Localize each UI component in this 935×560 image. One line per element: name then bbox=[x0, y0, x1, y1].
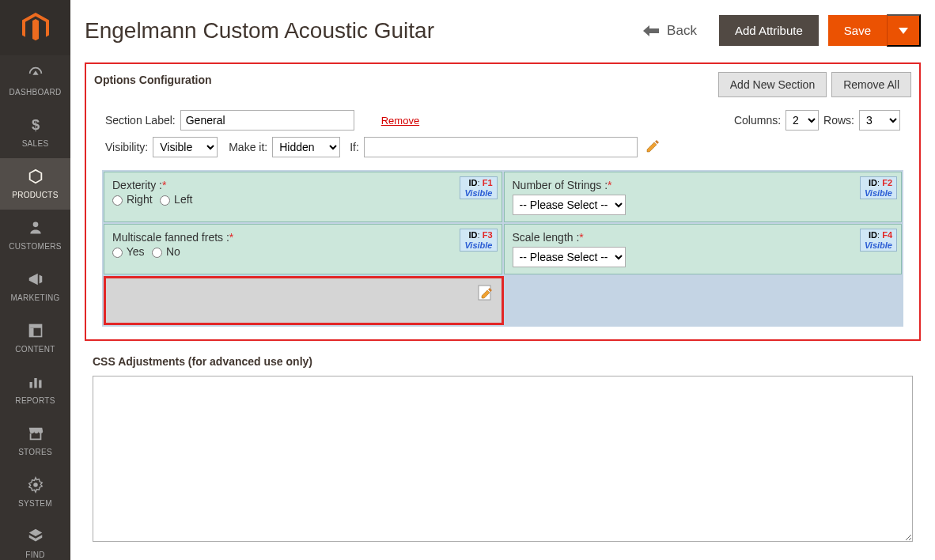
nav-label: STORES bbox=[18, 448, 52, 456]
nav-partners[interactable]: FIND PARTNERS & EXTENSIONS bbox=[0, 518, 70, 560]
chevron-down-icon bbox=[899, 28, 908, 34]
section-label-input[interactable] bbox=[180, 110, 354, 131]
marketing-icon bbox=[27, 271, 44, 288]
nav-label: PRODUCTS bbox=[12, 191, 59, 199]
option-id-badge: ID: F4 Visible bbox=[860, 229, 897, 252]
visibility-label: Visibility: bbox=[105, 141, 148, 153]
option-id-badge: ID: F3 Visible bbox=[460, 229, 497, 252]
radio-yes[interactable]: Yes bbox=[112, 245, 144, 258]
nav-label: MARKETING bbox=[10, 293, 59, 302]
option-title: Multiscale fanned frets :* bbox=[112, 231, 233, 244]
options-config-panel: Options Configuration Add New Section Re… bbox=[85, 62, 921, 341]
system-icon bbox=[27, 476, 44, 494]
radio-left[interactable]: Left bbox=[160, 193, 192, 206]
nav-stores[interactable]: STORES bbox=[0, 415, 70, 467]
option-cell-dexterity[interactable]: ID: F1 Visible Dexterity :* Right Left bbox=[104, 172, 502, 222]
svg-text:$: $ bbox=[31, 116, 39, 133]
radio-right[interactable]: Right bbox=[112, 193, 153, 206]
nav-label: SALES bbox=[22, 139, 49, 148]
nav-reports[interactable]: REPORTS bbox=[0, 364, 70, 415]
content-icon bbox=[28, 322, 44, 339]
svg-rect-5 bbox=[29, 382, 32, 388]
svg-rect-4 bbox=[29, 328, 33, 337]
svg-point-1 bbox=[32, 222, 38, 228]
rows-select[interactable]: 3 bbox=[859, 110, 900, 131]
empty-cell[interactable] bbox=[505, 276, 903, 325]
edit-cell-button[interactable] bbox=[478, 285, 494, 303]
nav-label: CUSTOMERS bbox=[9, 242, 61, 251]
logo[interactable] bbox=[0, 0, 70, 55]
empty-cell-selected[interactable] bbox=[104, 276, 504, 325]
option-id-badge: ID: F2 Visible bbox=[860, 176, 897, 199]
strings-select[interactable]: -- Please Select -- bbox=[513, 195, 626, 215]
if-input[interactable] bbox=[364, 137, 638, 157]
option-title: Dexterity :* bbox=[112, 179, 166, 191]
css-textarea[interactable] bbox=[93, 376, 913, 542]
add-section-button[interactable]: Add New Section bbox=[718, 72, 827, 97]
option-id-badge: ID: F1 Visible bbox=[460, 176, 497, 199]
nav-customers[interactable]: CUSTOMERS bbox=[0, 210, 70, 261]
svg-point-8 bbox=[33, 482, 38, 487]
edit-condition-button[interactable] bbox=[645, 139, 660, 156]
admin-sidebar: DASHBOARD $ SALES PRODUCTS CUSTOMERS MAR… bbox=[0, 0, 70, 560]
nav-label: SYSTEM bbox=[18, 499, 52, 508]
remove-section-link[interactable]: Remove bbox=[381, 115, 419, 127]
arrow-left-icon bbox=[643, 25, 659, 36]
main-content: Engelmann Custom Acoustic Guitar Back Ad… bbox=[70, 0, 935, 560]
magento-logo-icon bbox=[22, 13, 49, 43]
option-title: Scale length :* bbox=[513, 231, 584, 244]
dashboard-icon bbox=[27, 65, 44, 82]
page-title: Engelmann Custom Acoustic Guitar bbox=[85, 18, 643, 44]
options-grid: ID: F1 Visible Dexterity :* Right Left I… bbox=[102, 170, 903, 327]
radio-no[interactable]: No bbox=[152, 245, 180, 258]
customers-icon bbox=[28, 219, 44, 236]
back-label: Back bbox=[667, 23, 697, 39]
rows-label: Rows: bbox=[823, 114, 854, 127]
add-attribute-button[interactable]: Add Attribute bbox=[719, 15, 819, 46]
section-label-text: Section Label: bbox=[105, 114, 176, 127]
nav-dashboard[interactable]: DASHBOARD bbox=[0, 55, 70, 107]
stores-icon bbox=[27, 425, 44, 442]
option-title: Number of Strings :* bbox=[513, 179, 612, 191]
pencil-icon bbox=[645, 139, 660, 153]
remove-all-button[interactable]: Remove All bbox=[831, 72, 911, 97]
columns-label: Columns: bbox=[734, 114, 781, 127]
save-button[interactable]: Save bbox=[828, 15, 887, 46]
if-label: If: bbox=[350, 141, 359, 153]
back-button[interactable]: Back bbox=[643, 23, 697, 39]
nav-label: DASHBOARD bbox=[9, 88, 61, 96]
scale-select[interactable]: -- Please Select -- bbox=[513, 247, 626, 267]
nav-label: CONTENT bbox=[15, 345, 55, 354]
nav-products[interactable]: PRODUCTS bbox=[0, 158, 70, 210]
option-cell-strings[interactable]: ID: F2 Visible Number of Strings :* -- P… bbox=[504, 172, 903, 222]
nav-label: REPORTS bbox=[15, 396, 55, 405]
page-header: Engelmann Custom Acoustic Guitar Back Ad… bbox=[85, 0, 921, 62]
option-cell-multiscale[interactable]: ID: F3 Visible Multiscale fanned frets :… bbox=[104, 224, 502, 274]
make-it-select[interactable]: Hidden bbox=[272, 137, 340, 157]
reports-icon bbox=[28, 373, 44, 391]
css-heading: CSS Adjustments (for advanced use only) bbox=[93, 355, 921, 368]
svg-rect-6 bbox=[34, 378, 36, 388]
make-it-label: Make it: bbox=[229, 141, 267, 153]
nav-marketing[interactable]: MARKETING bbox=[0, 261, 70, 312]
svg-rect-7 bbox=[39, 380, 41, 388]
products-icon bbox=[27, 168, 44, 185]
nav-content[interactable]: CONTENT bbox=[0, 312, 70, 364]
partners-icon bbox=[27, 528, 44, 545]
svg-rect-3 bbox=[29, 325, 41, 328]
visibility-select[interactable]: Visible bbox=[153, 137, 218, 157]
panel-header: Options Configuration Add New Section Re… bbox=[94, 72, 911, 97]
save-dropdown-toggle[interactable] bbox=[887, 14, 921, 47]
sales-icon: $ bbox=[28, 116, 44, 134]
columns-select[interactable]: 2 bbox=[785, 110, 819, 131]
pencil-note-icon bbox=[478, 285, 494, 301]
nav-sales[interactable]: $ SALES bbox=[0, 107, 70, 158]
nav-system[interactable]: SYSTEM bbox=[0, 467, 70, 518]
nav-label: FIND PARTNERS & EXTENSIONS bbox=[9, 551, 62, 560]
panel-title: Options Configuration bbox=[94, 72, 212, 86]
option-cell-scale[interactable]: ID: F4 Visible Scale length :* -- Please… bbox=[504, 224, 903, 274]
